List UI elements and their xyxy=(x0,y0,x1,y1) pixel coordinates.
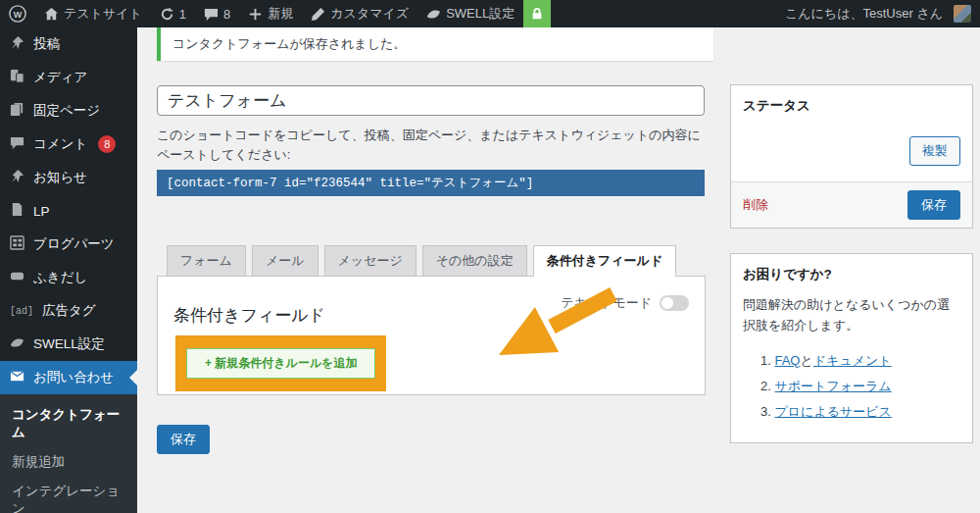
sidebar-item-lp[interactable]: LP xyxy=(0,194,137,228)
shortcode-description: このショートコードをコピーして、投稿、固定ページ、またはテキストウィジェットの内… xyxy=(157,126,710,165)
comment-count: 8 xyxy=(223,7,230,22)
main-content: コンタクトフォームが保存されました。 このショートコードをコピーして、投稿、固定… xyxy=(137,27,980,513)
envelope-icon xyxy=(10,369,24,386)
admin-bar-customize[interactable]: カスタマイズ xyxy=(302,0,417,27)
speech-bubble-icon xyxy=(10,269,24,286)
status-box-title: ステータス xyxy=(731,85,972,115)
sidebar-item-comments[interactable]: コメント 8 xyxy=(0,128,137,161)
text-mode-label: テキストモード xyxy=(561,294,652,312)
help-intro: 問題解決の助けとなるいくつかの選択肢を紹介します。 xyxy=(731,283,972,336)
sidebar-item-pages[interactable]: 固定ページ xyxy=(0,94,137,128)
admin-bar-lock-button[interactable] xyxy=(523,0,551,27)
admin-bar-new[interactable]: 新規 xyxy=(239,0,302,27)
admin-bar: W テストサイト 1 8 新規 カスタマイズ SWELL設定 xyxy=(0,0,980,27)
media-icon xyxy=(10,69,24,86)
save-success-notice: コンタクトフォームが保存されました。 xyxy=(157,27,713,61)
pushpin-icon xyxy=(10,169,24,186)
site-name: テストサイト xyxy=(64,5,142,23)
help-box: お困りですか? 問題解決の助けとなるいくつかの選択肢を紹介します。 1. FAQ… xyxy=(730,253,973,443)
wordpress-logo-menu[interactable]: W xyxy=(0,0,35,27)
add-rule-button[interactable]: + 新規条件付きルールを追加 xyxy=(186,348,375,379)
pages-icon xyxy=(10,102,24,120)
duplicate-button[interactable]: 複製 xyxy=(909,136,960,166)
help-list: 1. FAQとドキュメント 2. サポートフォーラム 3. プロによるサービス xyxy=(760,348,972,425)
help-box-title: お困りですか? xyxy=(731,254,972,283)
lock-icon xyxy=(530,7,544,21)
pushpin-icon xyxy=(10,35,24,53)
tab-conditional-fields[interactable]: 条件付きフィールド xyxy=(533,245,677,277)
status-save-button[interactable]: 保存 xyxy=(907,190,960,220)
help-item-1: 1. FAQとドキュメント xyxy=(760,348,972,374)
admin-sidebar: 投稿 メディア 固定ページ コメント 8 お知らせ LP ブログパーツ xyxy=(0,27,137,513)
editor-tabs: フォーム メール メッセージ その他の設定 条件付きフィールド xyxy=(157,245,713,276)
grid-icon xyxy=(10,235,24,253)
sidebar-item-ad-tag[interactable]: [ad] 広告タグ xyxy=(0,294,137,328)
admin-bar-updates[interactable]: 1 xyxy=(151,0,195,27)
update-count: 1 xyxy=(179,7,186,22)
conditional-fields-panel: テキストモード 条件付きフィールド + 新規条件付きルールを追加 xyxy=(157,276,706,395)
faq-link[interactable]: FAQ xyxy=(774,353,800,368)
tab-mail[interactable]: メール xyxy=(252,245,318,276)
new-label: 新規 xyxy=(268,5,293,23)
swell-icon xyxy=(10,335,24,353)
sidebar-item-news[interactable]: お知らせ xyxy=(0,161,137,194)
pro-services-link[interactable]: プロによるサービス xyxy=(774,404,891,419)
avatar xyxy=(954,5,971,23)
comments-badge: 8 xyxy=(98,135,116,153)
swell-icon xyxy=(426,7,441,22)
status-box: ステータス 複製 削除 保存 xyxy=(730,84,973,229)
save-button[interactable]: 保存 xyxy=(157,425,210,454)
admin-bar-swell-settings[interactable]: SWELL設定 xyxy=(417,0,523,27)
customize-label: カスタマイズ xyxy=(330,5,409,23)
docs-link[interactable]: ドキュメント xyxy=(813,353,892,368)
ad-icon: [ad] xyxy=(10,306,33,317)
help-item-2: 2. サポートフォーラム xyxy=(760,374,972,399)
tab-form[interactable]: フォーム xyxy=(167,245,246,276)
sidebar-item-swell-settings[interactable]: SWELL設定 xyxy=(0,328,137,361)
pencil-icon xyxy=(311,7,325,22)
update-icon xyxy=(160,7,174,22)
submenu-add-new[interactable]: 新規追加 xyxy=(0,447,137,477)
help-item-3: 3. プロによるサービス xyxy=(760,399,972,425)
tab-messages[interactable]: メッセージ xyxy=(324,245,416,276)
text-mode-toggle[interactable] xyxy=(660,295,689,311)
sidebar-item-contact[interactable]: お問い合わせ xyxy=(0,361,137,394)
swell-settings-label: SWELL設定 xyxy=(446,5,514,23)
sidebar-item-posts[interactable]: 投稿 xyxy=(0,27,137,61)
plus-icon xyxy=(248,7,263,22)
svg-text:W: W xyxy=(14,10,23,20)
toggle-knob xyxy=(662,297,673,309)
shortcode-field[interactable]: [contact-form-7 id="f236544" title="テストフ… xyxy=(157,170,705,196)
highlight-frame: + 新規条件付きルールを追加 xyxy=(175,335,386,391)
sidebar-item-media[interactable]: メディア xyxy=(0,61,137,94)
comment-icon xyxy=(10,135,24,153)
sidebar-item-blog-parts[interactable]: ブログパーツ xyxy=(0,228,137,261)
sidebar-item-fukidashi[interactable]: ふきだし xyxy=(0,261,137,294)
comment-bubble-icon xyxy=(204,7,219,22)
tab-additional-settings[interactable]: その他の設定 xyxy=(422,245,527,276)
shortcode-text: [contact-form-7 id="f236544" title="テストフ… xyxy=(167,177,533,190)
wordpress-logo-icon: W xyxy=(9,5,26,23)
greeting-text: こんにちは、TestUser さん xyxy=(785,5,943,23)
support-forum-link[interactable]: サポートフォーラム xyxy=(774,379,891,393)
home-icon xyxy=(44,7,59,22)
admin-bar-comments[interactable]: 8 xyxy=(195,0,239,27)
admin-bar-site-link[interactable]: テストサイト xyxy=(35,0,151,27)
submenu-contact-form[interactable]: コンタクトフォーム xyxy=(0,400,137,447)
submenu-integration[interactable]: インテグレーション xyxy=(0,477,137,513)
contact-submenu: コンタクトフォーム 新規追加 インテグレーション Conditional Fie… xyxy=(0,394,137,513)
form-title-input[interactable] xyxy=(157,85,705,116)
current-menu-arrow xyxy=(129,370,137,385)
notice-text: コンタクトフォームが保存されました。 xyxy=(172,36,406,51)
delete-link[interactable]: 削除 xyxy=(743,196,768,214)
page-icon xyxy=(10,202,24,220)
admin-bar-account[interactable]: こんにちは、TestUser さん xyxy=(776,5,980,23)
